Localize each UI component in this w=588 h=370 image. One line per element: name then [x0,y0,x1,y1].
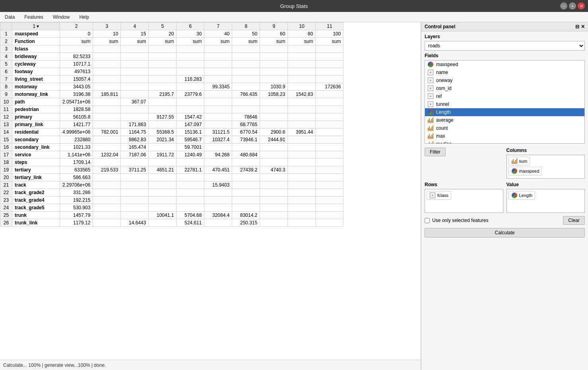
row-label: track_grade5 [12,204,60,212]
rows-drop-zone[interactable]: ≡fclass [425,189,503,213]
filter-button[interactable]: Filter [425,148,446,156]
row-cell: 782.001 [93,129,121,136]
field-item[interactable]: count [425,124,584,132]
field-item[interactable]: maxspeed [425,60,584,68]
row-cell: 1058.23 [260,91,288,98]
col-5-header[interactable]: 5 [149,23,177,30]
fields-list[interactable]: maxspeed≡name≡oneway≡osm_id≡ref≡tunnelLe… [425,60,585,144]
field-item[interactable]: ≡tunnel [425,100,584,108]
row-label: footway [12,68,60,76]
table-row: 25trunk1457.7910041.15704.6832084.483014… [0,212,343,219]
columns-drop-zone[interactable]: summaxspeed [506,155,585,179]
row-label: tertiary [12,166,60,174]
table-row: 5cycleway10717.1 [0,60,343,68]
col-4-header[interactable]: 4 [121,23,149,30]
table-scroll[interactable]: 1 ▾ 2 3 4 5 6 7 8 9 10 11 1 [0,22,421,360]
row-cell [149,53,177,60]
menu-window[interactable]: Window [51,14,72,21]
col-9-header[interactable]: 9 [260,23,288,30]
field-item[interactable]: average [425,116,584,124]
field-item[interactable]: median [425,140,584,144]
rows-chip[interactable]: ≡fclass [427,191,451,200]
col-2-header[interactable]: 2 [60,23,93,30]
row-cell [93,98,121,106]
column-chip[interactable]: sum [508,157,530,166]
field-item[interactable]: ≡osm_id [425,84,584,92]
row-cell [204,76,232,83]
row-cell [149,181,177,189]
row-cell [93,189,121,197]
column-chip[interactable]: maxspeed [508,167,542,175]
row-number: 9 [0,91,12,98]
row-cell [232,189,260,197]
maximize-button[interactable]: + [569,2,576,10]
panel-icon-2[interactable]: ✕ [581,24,585,29]
row-cell [316,212,343,219]
minimize-button[interactable]: − [560,2,567,10]
maxspeed-0: 0 [60,30,93,38]
row-cell: 32084.4 [204,212,232,219]
row-cell [204,219,232,227]
field-item[interactable]: ≡name [425,68,584,76]
col-8-header[interactable]: 8 [232,23,260,30]
menu-help[interactable]: Help [78,14,91,21]
row-cell: 15057.4 [60,76,93,83]
menu-data[interactable]: Data [3,14,16,21]
col-10-header[interactable]: 10 [288,23,316,30]
use-only-selected-label[interactable]: Use only selected features [432,218,488,223]
use-only-selected-checkbox[interactable] [425,218,430,223]
row-cell: 530.903 [60,204,93,212]
row-cell: 1911.72 [149,151,177,159]
table-row: 10path2.05471e+06367.07 [0,98,343,106]
row-cell [177,204,204,212]
panel-header-icons[interactable]: ⊟ ✕ [575,24,585,29]
control-panel-header: Control panel ⊟ ✕ [421,22,588,31]
row-num-1: 1 [0,30,12,38]
row-cell [288,204,316,212]
maxspeed-50: 50 [232,30,260,38]
row-cell [232,106,260,113]
table-body: 4bridleway82.52335cycleway10717.16footwa… [0,53,343,227]
row-label: secondary [12,136,60,144]
row-cell [316,174,343,181]
row-cell [288,159,316,166]
rows-label: Rows [425,182,503,187]
row-cell [93,204,121,212]
close-button[interactable]: ✕ [578,2,585,10]
row-cell [204,144,232,151]
column-header-row: 1 ▾ 2 3 4 5 6 7 8 9 10 11 [0,23,343,30]
row-cell [260,219,288,227]
panel-icon-1[interactable]: ⊟ [575,24,579,29]
row-cell [121,159,149,166]
row-cell [288,60,316,68]
row-cell [177,53,204,60]
table-row: 8motorway3443.0599.33451030.9172636 [0,83,343,91]
col-6-header[interactable]: 6 [177,23,204,30]
calculate-button[interactable]: Calculate [425,228,585,238]
row-number: 26 [0,219,12,227]
field-item[interactable]: ≡oneway [425,76,584,84]
row-label: motorway_link [12,91,60,98]
column-chip-label: sum [519,159,528,164]
col-7-header[interactable]: 7 [204,23,232,30]
row-cell [288,151,316,159]
rows-box: Rows ≡fclass [425,182,503,213]
menu-features[interactable]: Features [23,14,45,21]
field-item[interactable]: max [425,132,584,140]
row-cell [260,151,288,159]
table-row: 9motorway_link3196.38185.8112195.723779.… [0,91,343,98]
layer-select[interactable]: roads [425,41,585,51]
field-item[interactable]: Length [425,108,584,116]
col-3-header[interactable]: 3 [93,23,121,30]
col-label-header[interactable]: 1 ▾ [12,23,60,30]
row-cell [149,76,177,83]
clear-button[interactable]: Clear [563,216,585,225]
value-drop-zone[interactable]: Length [506,189,585,213]
row-cell: 3196.38 [60,91,93,98]
row-cell [93,212,121,219]
field-item[interactable]: ≡ref [425,92,584,100]
row-cell [204,159,232,166]
value-chip[interactable]: Length [508,191,536,200]
row-cell: 250.315 [232,219,260,227]
col-11-header[interactable]: 11 [316,23,343,30]
